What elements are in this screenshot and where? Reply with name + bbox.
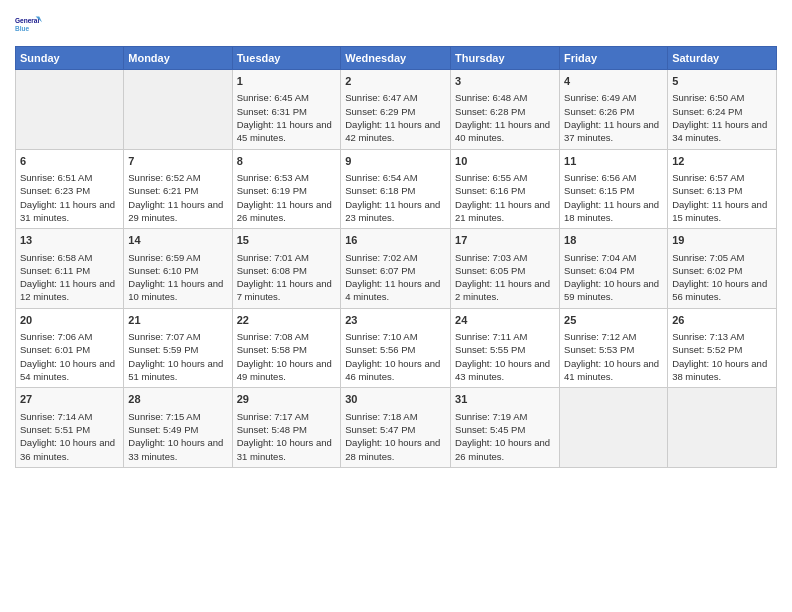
day-header-monday: Monday (124, 47, 232, 70)
day-info: Sunset: 6:28 PM (455, 105, 555, 118)
day-info: Sunrise: 6:53 AM (237, 171, 337, 184)
day-number: 30 (345, 392, 446, 407)
day-info: Sunrise: 6:50 AM (672, 91, 772, 104)
day-info: Daylight: 10 hours and 54 minutes. (20, 357, 119, 384)
day-info: Daylight: 10 hours and 56 minutes. (672, 277, 772, 304)
day-header-tuesday: Tuesday (232, 47, 341, 70)
calendar-cell: 17Sunrise: 7:03 AMSunset: 6:05 PMDayligh… (451, 229, 560, 309)
day-number: 14 (128, 233, 227, 248)
day-info: Sunset: 6:08 PM (237, 264, 337, 277)
day-number: 18 (564, 233, 663, 248)
day-number: 28 (128, 392, 227, 407)
day-info: Sunrise: 7:12 AM (564, 330, 663, 343)
calendar-cell: 9Sunrise: 6:54 AMSunset: 6:18 PMDaylight… (341, 149, 451, 229)
day-info: Sunrise: 7:04 AM (564, 251, 663, 264)
day-number: 12 (672, 154, 772, 169)
calendar-cell: 4Sunrise: 6:49 AMSunset: 6:26 PMDaylight… (560, 70, 668, 150)
day-info: Sunset: 6:07 PM (345, 264, 446, 277)
day-info: Sunset: 6:16 PM (455, 184, 555, 197)
day-info: Sunrise: 6:58 AM (20, 251, 119, 264)
day-info: Sunrise: 7:03 AM (455, 251, 555, 264)
day-number: 21 (128, 313, 227, 328)
day-number: 20 (20, 313, 119, 328)
day-info: Sunrise: 7:01 AM (237, 251, 337, 264)
calendar-week-2: 6Sunrise: 6:51 AMSunset: 6:23 PMDaylight… (16, 149, 777, 229)
calendar-cell: 16Sunrise: 7:02 AMSunset: 6:07 PMDayligh… (341, 229, 451, 309)
day-info: Sunset: 5:53 PM (564, 343, 663, 356)
day-info: Sunset: 6:29 PM (345, 105, 446, 118)
day-info: Daylight: 11 hours and 15 minutes. (672, 198, 772, 225)
day-info: Sunrise: 6:49 AM (564, 91, 663, 104)
svg-text:General: General (15, 17, 39, 24)
day-info: Sunset: 6:18 PM (345, 184, 446, 197)
day-number: 19 (672, 233, 772, 248)
day-number: 7 (128, 154, 227, 169)
day-info: Daylight: 10 hours and 36 minutes. (20, 436, 119, 463)
day-info: Sunset: 6:23 PM (20, 184, 119, 197)
day-info: Daylight: 10 hours and 43 minutes. (455, 357, 555, 384)
day-number: 5 (672, 74, 772, 89)
day-info: Sunrise: 7:17 AM (237, 410, 337, 423)
day-number: 25 (564, 313, 663, 328)
calendar-cell: 12Sunrise: 6:57 AMSunset: 6:13 PMDayligh… (668, 149, 777, 229)
day-number: 13 (20, 233, 119, 248)
calendar-cell: 1Sunrise: 6:45 AMSunset: 6:31 PMDaylight… (232, 70, 341, 150)
day-number: 1 (237, 74, 337, 89)
day-header-thursday: Thursday (451, 47, 560, 70)
day-info: Daylight: 11 hours and 37 minutes. (564, 118, 663, 145)
day-info: Sunset: 5:56 PM (345, 343, 446, 356)
day-info: Sunrise: 7:06 AM (20, 330, 119, 343)
day-number: 22 (237, 313, 337, 328)
day-info: Sunrise: 7:19 AM (455, 410, 555, 423)
day-info: Daylight: 10 hours and 28 minutes. (345, 436, 446, 463)
day-info: Daylight: 11 hours and 2 minutes. (455, 277, 555, 304)
calendar-cell (16, 70, 124, 150)
day-info: Daylight: 10 hours and 41 minutes. (564, 357, 663, 384)
day-info: Sunrise: 7:10 AM (345, 330, 446, 343)
day-info: Daylight: 11 hours and 10 minutes. (128, 277, 227, 304)
day-info: Daylight: 11 hours and 42 minutes. (345, 118, 446, 145)
calendar-cell: 5Sunrise: 6:50 AMSunset: 6:24 PMDaylight… (668, 70, 777, 150)
calendar-cell: 15Sunrise: 7:01 AMSunset: 6:08 PMDayligh… (232, 229, 341, 309)
calendar-week-4: 20Sunrise: 7:06 AMSunset: 6:01 PMDayligh… (16, 308, 777, 388)
calendar-cell: 26Sunrise: 7:13 AMSunset: 5:52 PMDayligh… (668, 308, 777, 388)
day-info: Sunset: 5:51 PM (20, 423, 119, 436)
day-info: Sunrise: 7:14 AM (20, 410, 119, 423)
day-number: 9 (345, 154, 446, 169)
day-number: 4 (564, 74, 663, 89)
day-info: Sunset: 6:15 PM (564, 184, 663, 197)
day-info: Daylight: 10 hours and 49 minutes. (237, 357, 337, 384)
day-info: Daylight: 11 hours and 29 minutes. (128, 198, 227, 225)
day-number: 23 (345, 313, 446, 328)
day-number: 16 (345, 233, 446, 248)
day-info: Daylight: 11 hours and 23 minutes. (345, 198, 446, 225)
day-info: Sunrise: 6:52 AM (128, 171, 227, 184)
day-info: Sunrise: 7:05 AM (672, 251, 772, 264)
day-info: Sunset: 6:04 PM (564, 264, 663, 277)
day-info: Sunset: 5:55 PM (455, 343, 555, 356)
day-info: Sunset: 5:45 PM (455, 423, 555, 436)
day-info: Daylight: 11 hours and 12 minutes. (20, 277, 119, 304)
day-info: Sunrise: 6:54 AM (345, 171, 446, 184)
day-info: Sunrise: 7:11 AM (455, 330, 555, 343)
day-number: 8 (237, 154, 337, 169)
calendar-cell: 29Sunrise: 7:17 AMSunset: 5:48 PMDayligh… (232, 388, 341, 468)
calendar-week-3: 13Sunrise: 6:58 AMSunset: 6:11 PMDayligh… (16, 229, 777, 309)
day-info: Sunset: 6:31 PM (237, 105, 337, 118)
day-info: Sunrise: 6:55 AM (455, 171, 555, 184)
day-number: 26 (672, 313, 772, 328)
day-info: Sunset: 5:59 PM (128, 343, 227, 356)
calendar-cell: 19Sunrise: 7:05 AMSunset: 6:02 PMDayligh… (668, 229, 777, 309)
day-info: Sunset: 6:05 PM (455, 264, 555, 277)
calendar-week-5: 27Sunrise: 7:14 AMSunset: 5:51 PMDayligh… (16, 388, 777, 468)
page-header: GeneralBlue (15, 10, 777, 38)
day-info: Sunset: 6:10 PM (128, 264, 227, 277)
day-info: Daylight: 11 hours and 40 minutes. (455, 118, 555, 145)
day-info: Daylight: 11 hours and 4 minutes. (345, 277, 446, 304)
day-info: Daylight: 11 hours and 34 minutes. (672, 118, 772, 145)
calendar-cell: 30Sunrise: 7:18 AMSunset: 5:47 PMDayligh… (341, 388, 451, 468)
calendar-week-1: 1Sunrise: 6:45 AMSunset: 6:31 PMDaylight… (16, 70, 777, 150)
day-number: 15 (237, 233, 337, 248)
day-number: 24 (455, 313, 555, 328)
day-info: Daylight: 10 hours and 38 minutes. (672, 357, 772, 384)
